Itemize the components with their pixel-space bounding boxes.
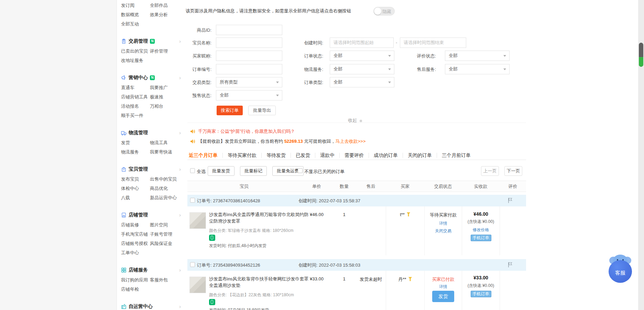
wangwang-buyer-icon[interactable]	[406, 277, 412, 282]
sidebar-section-self-operation-center[interactable]: 自运营中心›	[121, 301, 183, 310]
select-all-checkbox[interactable]	[190, 168, 195, 173]
prev-page-button[interactable]: 上一页	[481, 166, 499, 176]
wangwang-green-icon[interactable]	[209, 299, 215, 305]
sidebar-link[interactable]: 物流服务	[121, 149, 150, 155]
sidebar-section-item-management[interactable]: 宝贝管理›	[121, 164, 183, 174]
chevron-right-icon[interactable]: ›	[179, 304, 181, 309]
form-input-item-name[interactable]	[216, 38, 282, 48]
collect-now-link[interactable]: 马上去收款>>>	[335, 139, 365, 144]
order-checkbox[interactable]	[190, 198, 195, 203]
tab-退款中[interactable]: 退款中	[315, 153, 340, 158]
sidebar-link[interactable]: 已卖出的宝贝	[121, 48, 150, 54]
form-select-logistics-service[interactable]: 全部	[330, 64, 394, 74]
buyer-nick[interactable]: 丹**	[398, 277, 406, 282]
tab-等待买家付款[interactable]: 等待买家付款	[223, 153, 262, 158]
form-select-order-type[interactable]: 全部	[330, 77, 394, 87]
flag-icon[interactable]	[508, 197, 513, 204]
search-orders-button[interactable]: 搜索订单	[217, 106, 243, 115]
sidebar-section-shop-management[interactable]: 店铺管理›	[121, 210, 183, 220]
sidebar-link[interactable]: 店铺营销工具	[121, 94, 150, 100]
sidebar-link[interactable]: 八载	[121, 195, 150, 201]
tab-成功的订单[interactable]: 成功的订单	[369, 153, 403, 158]
sidebar-link[interactable]: 全部作品	[150, 2, 183, 9]
customer-service-widget[interactable]: 客服	[607, 255, 633, 284]
sidebar-section-trade-management[interactable]: 交易管理N›	[121, 36, 183, 46]
chevron-right-icon[interactable]: ›	[179, 212, 181, 218]
sidebar-link[interactable]: 客服外包	[150, 277, 183, 283]
flag-icon[interactable]	[508, 262, 513, 269]
batch-button[interactable]: 批量标记	[240, 166, 267, 176]
sidebar-link[interactable]: 物流工具	[150, 140, 183, 146]
sidebar-link[interactable]: 评价管理	[150, 48, 183, 54]
sidebar-link[interactable]: 直通车	[121, 85, 150, 91]
tab-近三个月订单[interactable]: 近三个月订单	[187, 153, 223, 158]
tab-等待发货[interactable]: 等待发货	[262, 153, 291, 158]
tab-三个月前订单[interactable]: 三个月前订单	[437, 153, 476, 158]
chevron-right-icon[interactable]: ›	[179, 267, 181, 273]
sidebar-link[interactable]: 发货	[121, 140, 150, 146]
sidebar-link[interactable]: 手机淘宝店铺	[121, 231, 150, 237]
form-input-buyer-nick[interactable]	[216, 51, 282, 61]
mobile-order-badge[interactable]: 手机订单	[471, 291, 491, 297]
paid-link-修改价格[interactable]: 修改价格	[462, 227, 500, 233]
chevron-right-icon[interactable]: ›	[179, 75, 181, 81]
sidebar-link[interactable]: 新品运营中心	[150, 195, 183, 201]
sidebar-section-marketing-center[interactable]: 营销中心N›	[121, 73, 183, 83]
tab-已发货[interactable]: 已发货	[291, 153, 315, 158]
sidebar-link[interactable]: 活动报名	[121, 103, 150, 109]
status-link-详情[interactable]: 详情	[425, 284, 462, 290]
sidebar-link[interactable]: 图片空间	[150, 222, 183, 228]
sidebar-link[interactable]: 数据概览	[121, 12, 150, 18]
sidebar-section-shop-service[interactable]: 店铺服务›	[121, 265, 183, 275]
sidebar-link[interactable]: 万相台	[150, 103, 183, 109]
chevron-right-icon[interactable]: ›	[179, 167, 181, 172]
form-select-rate-status[interactable]: 全部	[445, 51, 510, 61]
form-input-product-id[interactable]	[216, 25, 282, 35]
chevron-right-icon[interactable]: ›	[179, 39, 181, 44]
form-select-presale-status[interactable]: 全部	[216, 90, 282, 100]
batch-export-button[interactable]: 批量导出	[248, 106, 276, 115]
wangwang-green-icon[interactable]	[209, 235, 215, 241]
tab-关闭的订单[interactable]: 关闭的订单	[403, 153, 437, 158]
hide-closed-checkbox[interactable]	[298, 168, 303, 173]
sidebar-section-logistics-management[interactable]: 物流管理›	[121, 128, 183, 138]
chevron-right-icon[interactable]: ›	[179, 130, 181, 136]
order-checkbox[interactable]	[190, 262, 195, 267]
notice-campaign[interactable]: 千万商家：公益“护苗”行动，你愿意加入我们吗？	[190, 128, 295, 135]
ship-button[interactable]: 发货	[432, 291, 454, 302]
sidebar-link[interactable]: 子账号管理	[150, 231, 183, 237]
form-select-trade-type[interactable]: 所有类型	[216, 77, 282, 87]
scrollbar[interactable]	[638, 0, 644, 310]
sidebar-link[interactable]: 我订购的应用	[121, 277, 150, 283]
status-link-关闭交易[interactable]: 关闭交易	[425, 228, 462, 234]
product-title[interactable]: 沙发盖布ins风全盖四季通用万能靠背巾北欧简约防尘防滑沙发套罩	[209, 211, 309, 224]
wangwang-buyer-icon[interactable]	[405, 212, 411, 217]
form-input-date-start[interactable]: 请选择时间范围起始	[330, 38, 394, 48]
sidebar-link[interactable]: 体检中心	[121, 185, 150, 192]
sidebar-link[interactable]: 店铺账号授权	[121, 240, 150, 247]
product-title[interactable]: 沙发盖布ins风北欧靠背巾扶手轻奢网红沙发巾套罩全盖通用沙发垫	[209, 276, 309, 289]
status-link-详情[interactable]: 详情	[425, 221, 462, 226]
sidebar-link[interactable]: 商品优化	[150, 185, 183, 192]
sidebar-link[interactable]: 风险保证金	[150, 240, 183, 247]
product-image[interactable]	[189, 277, 206, 293]
tab-需要评价[interactable]: 需要评价	[340, 153, 369, 158]
sidebar-link[interactable]: 我要寄快递	[150, 149, 183, 155]
mobile-order-badge[interactable]: 手机订单	[471, 235, 491, 241]
sidebar-link[interactable]: 效果分析	[150, 12, 183, 18]
sidebar-link[interactable]: 工单中心	[121, 250, 150, 256]
notice-text[interactable]: 千万商家：公益“护苗”行动，你愿意加入我们吗？	[198, 128, 295, 135]
sidebar-link[interactable]: 极速推	[150, 94, 183, 100]
form-input-order-no[interactable]	[216, 64, 282, 74]
sidebar-link[interactable]: 发布宝贝	[121, 176, 150, 182]
next-page-button[interactable]: 下一页	[504, 166, 522, 176]
sidebar-link[interactable]: 发订阅	[121, 2, 150, 9]
form-select-order-status[interactable]: 全部	[330, 51, 394, 61]
sidebar-link[interactable]: 出售中的宝贝	[150, 176, 183, 182]
sidebar-link[interactable]: 我要推广	[150, 85, 183, 91]
sidebar-link[interactable]: 店铺年检	[121, 286, 150, 292]
sidebar-link[interactable]: 全部互动	[121, 21, 150, 27]
sidebar-link[interactable]: 店铺装修	[121, 222, 150, 228]
sidebar-link[interactable]: 改地址服务	[121, 57, 150, 64]
privacy-hide-toggle[interactable]: 隐藏	[373, 7, 395, 15]
